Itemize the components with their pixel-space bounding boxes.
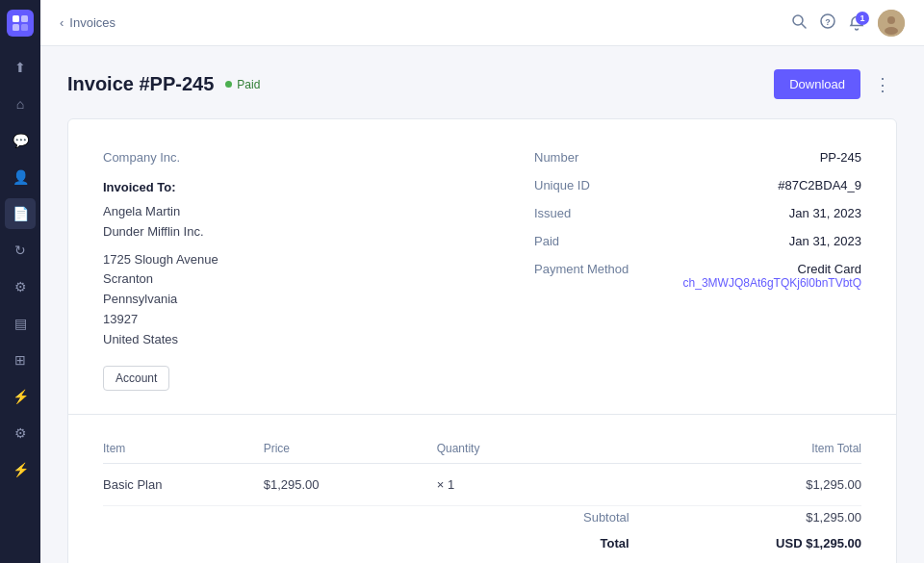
notification-count: 1 [856, 12, 869, 25]
total-row: Total USD $1,295.00 [103, 528, 861, 558]
col-total-header: Item Total [629, 434, 861, 464]
number-value: PP-245 [820, 150, 861, 165]
refresh-icon[interactable]: ↻ [5, 235, 36, 266]
detail-uniqueid-row: Unique ID #87C2BDA4_9 [534, 178, 861, 192]
address-city: Scranton [103, 269, 218, 290]
home-icon[interactable]: ⌂ [5, 89, 36, 119]
users-icon[interactable]: 👤 [5, 162, 36, 192]
issued-label: Issued [534, 206, 650, 220]
invoice-header: Invoice #PP-245 Paid Download ⋮ [67, 69, 897, 99]
bolt-icon[interactable]: ⚡ [5, 454, 36, 485]
lightning-icon[interactable]: ⚡ [5, 381, 36, 412]
topbar-actions: ? 1 [791, 10, 905, 37]
subtotal-label: Subtotal [437, 505, 629, 528]
total-label: Total [437, 528, 629, 558]
number-label: Number [534, 150, 650, 165]
svg-rect-0 [13, 15, 19, 22]
item-quantity: × 1 [437, 463, 629, 505]
item-name: Basic Plan [103, 463, 264, 505]
svg-point-9 [887, 16, 895, 24]
payment-method-label: Payment Method [534, 262, 650, 276]
table-header-row: Item Price Quantity Item Total [103, 434, 861, 464]
detail-number-row: Number PP-245 [534, 150, 861, 165]
payment-link[interactable]: ch_3MWJQ8At6gTQKj6l0bnTVbtQ [683, 276, 861, 290]
address-zip: 13927 [103, 310, 218, 330]
subtotal-row: Subtotal $1,295.00 [103, 505, 861, 528]
col-item-header: Item [103, 434, 264, 464]
back-arrow-icon[interactable]: ‹ [60, 15, 64, 30]
section-divider [68, 414, 896, 415]
issued-value: Jan 31, 2023 [789, 206, 861, 220]
gear-icon[interactable]: ⚙ [5, 271, 36, 302]
breadcrumb-label[interactable]: Invoices [69, 15, 116, 30]
detail-issued-row: Issued Jan 31, 2023 [534, 206, 861, 220]
search-icon[interactable] [791, 13, 807, 33]
col-quantity-header: Quantity [437, 434, 629, 464]
status-label: Paid [237, 78, 260, 91]
uniqueid-value: #87C2BDA4_9 [778, 178, 861, 192]
uniqueid-label: Unique ID [534, 178, 650, 192]
settings2-icon[interactable]: ⚙ [5, 418, 36, 448]
help-icon[interactable]: ? [820, 13, 835, 33]
invoiced-to-label: Invoiced To: [103, 180, 218, 194]
paid-dot-icon [225, 81, 232, 88]
items-table: Item Price Quantity Item Total Basic Pla… [103, 434, 861, 558]
invoice-title-group: Invoice #PP-245 Paid [67, 73, 260, 95]
detail-paid-row: Paid Jan 31, 2023 [534, 234, 861, 248]
address-state: Pennsylvania [103, 290, 218, 310]
customer-company: Dunder Mifflin Inc. [103, 222, 218, 243]
svg-rect-3 [21, 24, 28, 31]
address-block: Angela Martin Dunder Mifflin Inc. 1725 S… [103, 202, 218, 350]
sidebar: ⬆ ⌂ 💬 👤 📄 ↻ ⚙ ▤ ⊞ ⚡ ⚙ ⚡ [0, 0, 40, 563]
company-name: Company Inc. [103, 150, 218, 165]
main-area: ‹ Invoices ? 1 [40, 0, 924, 563]
svg-point-10 [885, 27, 898, 35]
table-row: Basic Plan $1,295.00 × 1 $1,295.00 [103, 463, 861, 505]
breadcrumb: ‹ Invoices [60, 15, 116, 30]
paid-label: Paid [534, 234, 650, 248]
billing-info: Company Inc. Invoiced To: Angela Martin … [103, 150, 218, 391]
notification-bell[interactable]: 1 [849, 15, 864, 31]
item-total: $1,295.00 [629, 463, 861, 505]
grid-icon[interactable]: ⊞ [5, 345, 36, 375]
status-badge: Paid [225, 78, 260, 91]
item-price: $1,295.00 [264, 463, 437, 505]
address-line1: 1725 Slough Avenue [103, 250, 218, 270]
invoice-icon[interactable]: 📄 [5, 198, 36, 229]
more-options-button[interactable]: ⋮ [868, 70, 897, 99]
paid-value: Jan 31, 2023 [789, 234, 861, 248]
customer-name: Angela Martin [103, 202, 218, 222]
invoice-top-section: Company Inc. Invoiced To: Angela Martin … [103, 150, 861, 391]
svg-text:?: ? [825, 17, 831, 27]
avatar[interactable] [878, 10, 905, 37]
page-content: Invoice #PP-245 Paid Download ⋮ Company … [40, 46, 924, 563]
chat-icon[interactable]: 💬 [5, 125, 36, 156]
payment-method-block: Credit Card ch_3MWJQ8At6gTQKj6l0bnTVbtQ [683, 262, 861, 290]
invoice-details: Number PP-245 Unique ID #87C2BDA4_9 Issu… [534, 150, 861, 391]
sidebar-logo[interactable] [7, 10, 34, 37]
detail-payment-row: Payment Method Credit Card ch_3MWJQ8At6g… [534, 262, 861, 290]
invoice-actions: Download ⋮ [774, 69, 897, 99]
download-button[interactable]: Download [774, 69, 860, 99]
subtotal-value: $1,295.00 [629, 505, 861, 528]
page-title: Invoice #PP-245 [67, 73, 214, 95]
svg-rect-2 [13, 24, 19, 31]
topbar: ‹ Invoices ? 1 [40, 0, 924, 46]
account-button[interactable]: Account [103, 366, 169, 391]
payment-method-value: Credit Card [683, 262, 861, 276]
svg-line-5 [802, 24, 806, 28]
invoice-card: Company Inc. Invoiced To: Angela Martin … [67, 118, 897, 563]
col-price-header: Price [264, 434, 437, 464]
svg-rect-1 [21, 15, 28, 22]
upload-icon[interactable]: ⬆ [5, 52, 36, 83]
total-value: USD $1,295.00 [629, 528, 861, 558]
layers-icon[interactable]: ▤ [5, 308, 36, 339]
address-country: United States [103, 330, 218, 350]
